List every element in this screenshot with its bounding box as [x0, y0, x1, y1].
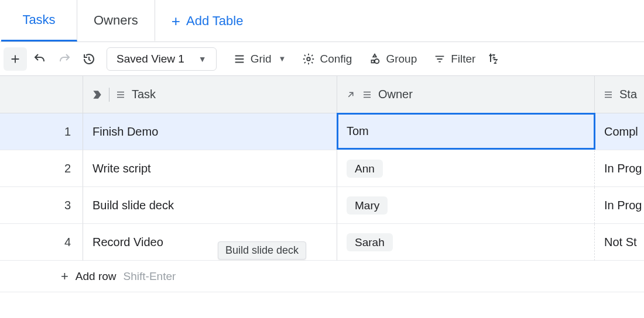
add-table-label: Add Table — [186, 13, 243, 29]
add-row-label: Add row — [76, 270, 117, 283]
config-button[interactable]: Config — [302, 53, 352, 65]
add-row-hint: Shift-Enter — [124, 270, 176, 283]
cell-owner-selected[interactable]: Tom — [337, 113, 595, 150]
cell-status[interactable]: Compl — [595, 113, 644, 150]
tooltip: Build slide deck — [218, 241, 306, 260]
tab-strip: Tasks Owners + Add Table — [0, 0, 644, 42]
column-header-owner[interactable]: Owner — [337, 76, 595, 113]
menu-lines-icon — [115, 89, 126, 100]
chevron-icon — [91, 89, 103, 101]
group-icon — [368, 53, 381, 65]
column-header-task[interactable]: Task — [83, 76, 337, 113]
cell-task[interactable]: Write script — [83, 150, 337, 187]
row-number[interactable]: 1 — [0, 113, 83, 150]
history-icon — [82, 52, 96, 66]
row-number[interactable]: 2 — [0, 150, 83, 187]
gear-icon — [302, 53, 315, 65]
history-button[interactable] — [77, 47, 101, 71]
arrow-out-icon — [345, 89, 356, 100]
tab-owners[interactable]: Owners — [77, 0, 155, 42]
sort-button[interactable] — [487, 52, 501, 66]
column-header-status[interactable]: Sta — [595, 76, 644, 113]
cell-owner[interactable]: Mary — [337, 187, 595, 224]
cell-owner[interactable]: Sarah — [337, 224, 595, 261]
menu-lines-icon — [603, 89, 614, 100]
chevron-down-icon: ▼ — [279, 54, 286, 63]
add-button[interactable] — [4, 47, 27, 71]
row-number-header — [0, 76, 83, 113]
tab-label: Owners — [94, 13, 138, 28]
column-label: Task — [132, 88, 156, 101]
filter-icon — [433, 53, 446, 65]
row-number[interactable]: 4 — [0, 224, 83, 261]
owner-chip: Sarah — [347, 233, 393, 251]
sort-az-icon — [487, 52, 501, 66]
plus-icon: + — [172, 13, 180, 29]
svg-point-0 — [307, 57, 311, 61]
saved-view-select[interactable]: Saved View 1 ▼ — [107, 47, 217, 71]
filter-label: Filter — [451, 53, 475, 65]
group-label: Group — [386, 53, 417, 65]
column-label: Sta — [619, 88, 637, 101]
saved-view-label: Saved View 1 — [117, 53, 184, 65]
undo-button[interactable] — [28, 47, 52, 71]
cell-status[interactable]: Not St — [595, 224, 644, 261]
redo-icon — [57, 52, 71, 66]
filter-button[interactable]: Filter — [433, 53, 475, 65]
cell-status[interactable]: In Prog — [595, 150, 644, 187]
separator — [109, 88, 109, 102]
add-row-button[interactable]: + Add row Shift-Enter — [0, 261, 644, 292]
config-label: Config — [320, 53, 352, 65]
redo-button[interactable] — [53, 47, 76, 71]
owner-chip: Mary — [347, 196, 388, 215]
cell-owner[interactable]: Ann — [337, 150, 595, 187]
menu-lines-icon — [362, 89, 372, 100]
cell-task[interactable]: Build slide deck — [83, 187, 337, 224]
chevron-down-icon: ▼ — [198, 54, 207, 64]
column-label: Owner — [378, 88, 413, 101]
grid-label: Grid — [251, 53, 272, 65]
layout-grid-button[interactable]: Grid ▼ — [233, 53, 286, 65]
data-grid: Task Owner Sta 1 Finish Demo Tom Compl 2… — [0, 76, 644, 292]
undo-icon — [33, 52, 47, 66]
plus-icon — [9, 53, 22, 65]
cell-status[interactable]: In Prog — [595, 187, 644, 224]
tab-label: Tasks — [22, 12, 55, 27]
group-button[interactable]: Group — [368, 53, 417, 65]
plus-icon: + — [61, 269, 68, 284]
add-table-button[interactable]: + Add Table — [155, 0, 260, 42]
tab-tasks[interactable]: Tasks — [1, 0, 77, 42]
cell-task[interactable]: Finish Demo — [83, 113, 337, 150]
menu-lines-icon — [233, 53, 246, 65]
toolbar: Saved View 1 ▼ Grid ▼ Config Group Filte… — [0, 42, 644, 76]
owner-chip: Ann — [347, 160, 383, 178]
row-number[interactable]: 3 — [0, 187, 83, 224]
